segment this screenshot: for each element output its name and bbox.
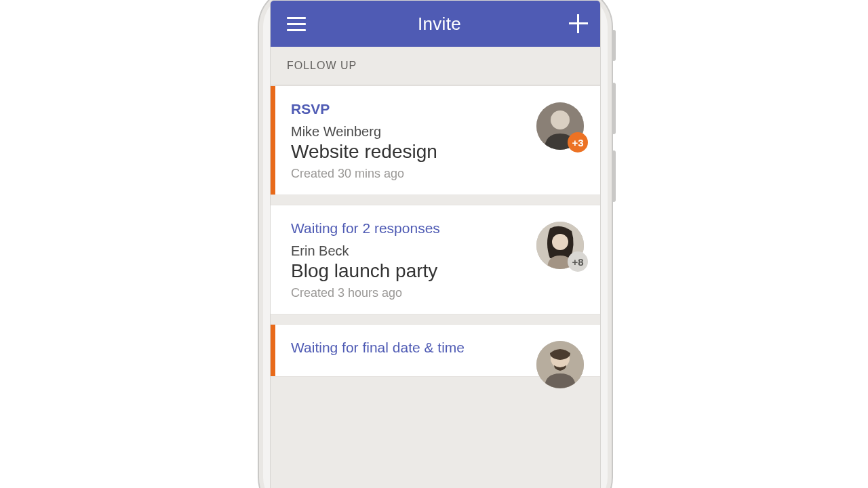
- avatar-group[interactable]: +8: [536, 222, 584, 269]
- invite-list: RSVP Mike Weinberg Website redesign Crea…: [271, 85, 600, 377]
- plus-icon[interactable]: [569, 14, 588, 33]
- app-header: Invite: [271, 1, 600, 47]
- invite-card[interactable]: Waiting for final date & time: [271, 324, 600, 377]
- svg-point-1: [551, 110, 570, 129]
- invite-created: Created 30 mins ago: [291, 167, 587, 181]
- invite-card[interactable]: RSVP Mike Weinberg Website redesign Crea…: [271, 85, 600, 195]
- phone-side-button: [612, 30, 616, 61]
- avatar: [536, 341, 584, 388]
- hamburger-icon[interactable]: [283, 13, 310, 35]
- attendee-count-badge: +8: [568, 251, 588, 272]
- app-screen: Invite FOLLOW UP RSVP Mike Weinberg Webs…: [270, 0, 601, 488]
- section-header: FOLLOW UP: [271, 47, 600, 85]
- avatar-group[interactable]: +3: [536, 102, 584, 150]
- invite-created: Created 3 hours ago: [291, 286, 587, 300]
- screen-title: Invite: [418, 14, 461, 35]
- phone-side-button: [612, 83, 616, 134]
- avatar-group[interactable]: [536, 341, 584, 388]
- phone-side-button: [612, 150, 616, 202]
- attendee-count-badge: +3: [568, 132, 588, 152]
- svg-point-3: [552, 234, 568, 250]
- phone-frame: Invite FOLLOW UP RSVP Mike Weinberg Webs…: [258, 0, 613, 488]
- section-label: FOLLOW UP: [287, 60, 357, 72]
- invite-card[interactable]: Waiting for 2 responses Erin Beck Blog l…: [271, 205, 600, 314]
